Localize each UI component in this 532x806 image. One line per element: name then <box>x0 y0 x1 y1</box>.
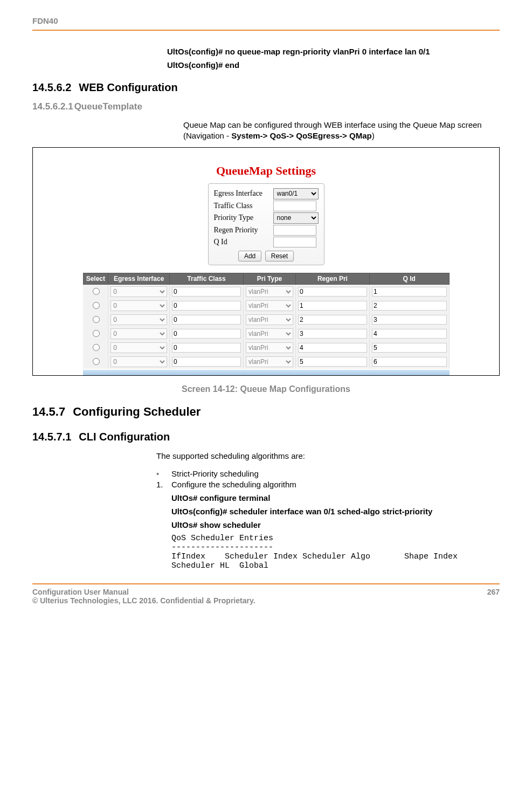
numbered-step: 1. Configure the scheduling algorithm <box>156 480 500 489</box>
row-qid-input[interactable] <box>372 315 447 325</box>
table-row: 0vlanPri <box>83 313 449 327</box>
form-label: Traffic Class <box>214 202 273 210</box>
cmd-line: UltOs(config)# scheduler interface wan 0… <box>171 507 500 516</box>
row-qid-input[interactable] <box>372 301 447 311</box>
bottom-rule <box>32 583 500 584</box>
col-header: Egress Interface <box>108 273 170 284</box>
page-number: 267 <box>487 588 500 605</box>
reset-button[interactable]: Reset <box>265 251 294 261</box>
form-label: Q Id <box>214 238 273 246</box>
row-egress-select[interactable]: 0 <box>110 342 167 353</box>
col-header: Pri Type <box>244 273 296 284</box>
form-box: Egress Interface wan0/1 Traffic Class Pr… <box>208 183 324 265</box>
form-label: Regen Priority <box>214 226 273 235</box>
bullet-item: • Strict-Priority scheduling <box>156 469 500 478</box>
bullet-text: Strict-Priority scheduling <box>171 469 259 478</box>
table-row: 0vlanPri <box>83 284 449 299</box>
priority-type-select[interactable]: none <box>273 212 319 224</box>
table-row: 0vlanPri <box>83 355 449 369</box>
form-label: Priority Type <box>214 213 273 222</box>
page-footer: Configuration User Manual © Ulterius Tec… <box>32 588 500 605</box>
row-pri-select[interactable]: vlanPri <box>246 300 293 311</box>
table-row: 0vlanPri <box>83 299 449 313</box>
heading-configuring-scheduler: 14.5.7Configuring Scheduler <box>32 405 500 419</box>
row-qid-input[interactable] <box>372 343 447 353</box>
step-text: Configure the scheduling algorithm <box>171 480 296 489</box>
col-header: Traffic Class <box>170 273 244 284</box>
row-pri-select[interactable]: vlanPri <box>246 286 293 297</box>
footer-copyright: © Ulterius Technologies, LLC 2016. Confi… <box>32 596 255 605</box>
heading-title: Configuring Scheduler <box>73 405 201 418</box>
heading-web-config: 14.5.6.2WEB Configuration <box>32 81 500 94</box>
row-regen-input[interactable] <box>298 301 367 311</box>
row-select-radio[interactable] <box>93 358 100 365</box>
col-header: Q Id <box>369 273 449 284</box>
row-tc-input[interactable] <box>172 357 241 367</box>
row-regen-input[interactable] <box>298 315 367 325</box>
cmd-line: UltOs# configure terminal <box>171 493 500 502</box>
row-egress-select[interactable]: 0 <box>110 314 167 325</box>
nav-path: System-> QoS-> QoSEgress-> QMap <box>231 131 372 140</box>
add-button[interactable]: Add <box>238 251 261 261</box>
doc-code: FDN40 <box>32 16 500 25</box>
row-regen-input[interactable] <box>298 329 367 339</box>
row-select-radio[interactable] <box>93 316 100 323</box>
heading-queuetemplate: 14.5.6.2.1QueueTemplate <box>32 101 500 112</box>
screenshot-frame: QueueMap Settings Egress Interface wan0/… <box>32 147 500 376</box>
row-pri-select[interactable]: vlanPri <box>246 342 293 353</box>
cmd-line: UltOs(config)# no queue-map regn-priorit… <box>167 47 500 56</box>
row-tc-input[interactable] <box>172 287 241 297</box>
row-qid-input[interactable] <box>372 329 447 339</box>
col-header: Select <box>83 273 108 284</box>
row-tc-input[interactable] <box>172 315 241 325</box>
heading-number: 14.5.6.2 <box>32 81 71 93</box>
row-egress-select[interactable]: 0 <box>110 286 167 297</box>
table-row: 0vlanPri <box>83 341 449 355</box>
top-rule <box>32 30 500 31</box>
row-regen-input[interactable] <box>298 287 367 297</box>
row-qid-input[interactable] <box>372 357 447 367</box>
row-select-radio[interactable] <box>93 330 100 337</box>
qmap-table: Select Egress Interface Traffic Class Pr… <box>83 273 450 369</box>
row-tc-input[interactable] <box>172 329 241 339</box>
col-header: Regen Pri <box>295 273 369 284</box>
table-row: 0vlanPri <box>83 327 449 341</box>
row-pri-select[interactable]: vlanPri <box>246 328 293 339</box>
heading-number: 14.5.7 <box>32 405 65 418</box>
table-bottom-blur <box>83 370 450 375</box>
row-select-radio[interactable] <box>93 288 100 295</box>
settings-title: QueueMap Settings <box>216 164 316 178</box>
row-egress-select[interactable]: 0 <box>110 356 167 367</box>
cmd-line: UltOs(config)# end <box>167 60 500 70</box>
heading-cli-config: 14.5.7.1CLI Configuration <box>32 431 500 443</box>
heading-number: 14.5.7.1 <box>32 431 71 443</box>
heading-title: CLI Configuration <box>79 431 170 443</box>
row-egress-select[interactable]: 0 <box>110 328 167 339</box>
qmap-intro-paragraph: Queue Map can be configured through WEB … <box>183 120 500 142</box>
heading-number: 14.5.6.2.1 <box>32 101 73 112</box>
step-number: 1. <box>156 480 171 489</box>
row-egress-select[interactable]: 0 <box>110 300 167 311</box>
egress-interface-select[interactable]: wan0/1 <box>273 188 319 199</box>
row-regen-input[interactable] <box>298 357 367 367</box>
qid-input[interactable] <box>273 237 316 247</box>
heading-title: QueueTemplate <box>74 101 142 112</box>
bullet-marker: • <box>156 469 171 478</box>
form-label: Egress Interface <box>214 189 273 198</box>
heading-title: WEB Configuration <box>79 81 177 93</box>
regen-priority-input[interactable] <box>273 225 316 236</box>
footer-manual-title: Configuration User Manual <box>32 588 255 596</box>
row-regen-input[interactable] <box>298 343 367 353</box>
row-qid-input[interactable] <box>372 287 447 297</box>
text: ) <box>372 131 375 140</box>
figure-caption: Screen 14-12: Queue Map Configurations <box>32 384 500 394</box>
row-tc-input[interactable] <box>172 343 241 353</box>
row-select-radio[interactable] <box>93 302 100 309</box>
row-pri-select[interactable]: vlanPri <box>246 314 293 325</box>
row-tc-input[interactable] <box>172 301 241 311</box>
traffic-class-input[interactable] <box>273 201 316 211</box>
row-pri-select[interactable]: vlanPri <box>246 356 293 367</box>
cmd-line: UltOs# show scheduler <box>171 520 500 529</box>
row-select-radio[interactable] <box>93 344 100 351</box>
sched-intro: The supported scheduling algorithms are: <box>156 451 500 461</box>
